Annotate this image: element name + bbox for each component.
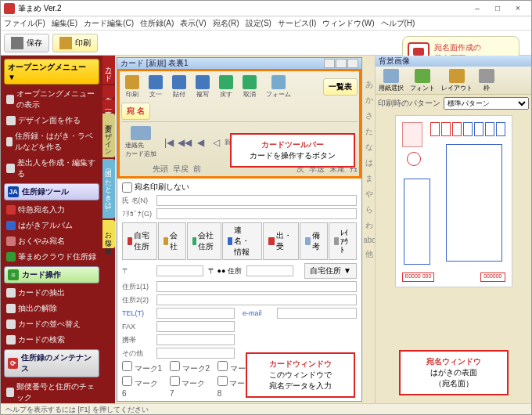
kana-input[interactable] [156, 208, 357, 219]
tb-copy[interactable]: 複写 [192, 73, 214, 101]
addr1-input[interactable] [156, 281, 357, 292]
tab-coaddr[interactable]: 会社住所 [187, 222, 222, 260]
pattern-select[interactable]: 標準パターン [444, 97, 529, 110]
fax-input[interactable] [156, 321, 235, 332]
mark-cb[interactable]: マーク2 [170, 361, 210, 374]
sidebar: オープニングメニュー ▼ オープニングメニューの表示 デザイン面を作る 住所録・… [1, 56, 102, 403]
kana-item[interactable]: な [365, 142, 373, 153]
menu-view[interactable]: 表示(V) [180, 18, 206, 29]
mark-cb[interactable]: マーク1 [122, 361, 162, 374]
tab-memo[interactable]: 備考 [300, 222, 328, 260]
recipient-area [446, 144, 502, 262]
sidebar-item[interactable]: 筆まめクラウド住所録 [4, 250, 99, 264]
kana-item[interactable]: た [365, 126, 373, 137]
tb-print[interactable]: 印刷 [121, 73, 143, 101]
mark-cb[interactable]: マーク6 [122, 376, 162, 398]
sidebar-header-maint[interactable]: ⟳住所録のメンテナンス [4, 349, 99, 377]
save-button[interactable]: 保存 [4, 34, 49, 52]
cw-min-button[interactable] [324, 59, 335, 68]
noprint-checkbox[interactable] [122, 182, 132, 193]
kana-item[interactable]: ま [365, 173, 373, 184]
menu-atena[interactable]: 宛名(R) [213, 18, 239, 29]
kana-item[interactable]: わ [365, 220, 373, 231]
tb-text[interactable]: 文一 [145, 73, 167, 101]
kana-item[interactable]: さ [365, 110, 373, 121]
home-addr-button[interactable]: 自宅住所 ▼ [304, 263, 357, 279]
vtab-info[interactable]: お得な情報 [102, 220, 115, 248]
sidebar-item[interactable]: デザイン面を作る [4, 114, 99, 128]
close-button[interactable]: × [508, 2, 528, 15]
frame-button[interactable]: 枠 [477, 67, 496, 94]
cw-max-button[interactable] [336, 59, 347, 68]
kana-item[interactable]: や [365, 189, 373, 200]
zip1-input[interactable] [156, 265, 203, 276]
menu-window[interactable]: ウィンドウ(W) [322, 18, 374, 29]
vtab-design[interactable]: 文面デザイン [102, 114, 115, 157]
mark-cb[interactable]: マーク7 [170, 376, 210, 398]
center-pane: カード [新規] 表裏1 印刷 文一 貼付 複写 戻す 取消 フォーム 一覧表 [115, 56, 364, 403]
sidebar-item[interactable]: 抽出の解除 [4, 301, 99, 316]
kana-item[interactable]: abc [363, 236, 376, 244]
sidebar-header-cardop[interactable]: ≡カード操作 [4, 266, 99, 283]
sidebar-item[interactable]: オープニングメニューの表示 [4, 87, 99, 112]
nav-fastback[interactable]: ◀◀ [178, 136, 192, 149]
menu-service[interactable]: サービス(I) [278, 18, 316, 29]
vtab-list[interactable]: 一覧表 [102, 99, 115, 112]
minimize-button[interactable]: – [467, 2, 487, 15]
vtab-card[interactable]: カード [102, 56, 115, 84]
sidebar-item[interactable]: 差出人を作成・編集する [4, 156, 99, 181]
sidebar-item[interactable]: カードの抽出 [4, 286, 99, 300]
sidebar-item[interactable]: カードの並べ替え [4, 317, 99, 331]
maximize-button[interactable]: □ [487, 2, 508, 15]
sidebar-item[interactable]: はがきアルバム [4, 218, 99, 233]
menu-address[interactable]: 住所録(A) [140, 18, 174, 29]
tab-renmei[interactable]: 連名・情報 [222, 222, 262, 260]
kana-item[interactable]: ら [365, 204, 373, 215]
other-input[interactable] [156, 348, 235, 359]
tb-form[interactable]: フォーム [262, 73, 295, 101]
vtab-atena[interactable]: 宛名 [102, 85, 115, 98]
mobile-input[interactable] [156, 334, 235, 345]
name-input[interactable] [156, 195, 357, 206]
tb-redo[interactable]: 取消 [239, 73, 261, 101]
layout-button[interactable]: レイアウト [440, 67, 474, 94]
tb-undo[interactable]: 戻す [215, 73, 237, 101]
sidebar-item[interactable]: 特急宛名入力 [4, 203, 99, 217]
kana-item[interactable]: か [365, 95, 373, 106]
font-button[interactable]: フォント [408, 67, 437, 94]
zip2-input[interactable] [246, 265, 293, 276]
nav-prev2[interactable]: ◁ [209, 136, 223, 149]
vtab-help[interactable]: 困ったときは… [102, 159, 115, 218]
paper-select-button[interactable]: 用紙選択 [377, 67, 405, 94]
menu-settings[interactable]: 設定(S) [246, 18, 271, 29]
list-button[interactable]: 一覧表 [323, 78, 358, 96]
tab-company[interactable]: 会社 [158, 222, 186, 260]
kana-item[interactable]: は [365, 157, 373, 168]
tab-home[interactable]: 自宅住所 [122, 222, 157, 260]
kana-item[interactable]: 他 [365, 249, 373, 260]
sidebar-header-address[interactable]: JA住所録ツール [4, 183, 99, 200]
sidebar-item[interactable]: カードの検索 [4, 333, 99, 347]
email-input[interactable] [277, 308, 357, 319]
tab-layout[interactable]: ﾚｲｱｳﾄ [329, 222, 357, 260]
menu-edit[interactable]: 編集(E) [52, 18, 77, 29]
opening-menu-button[interactable]: オープニングメニュー ▼ [4, 59, 99, 85]
menu-file[interactable]: ファイル(F) [4, 18, 45, 29]
sidebar-item[interactable]: おくやみ宛名 [4, 234, 99, 248]
nav-first[interactable]: |◀ [162, 136, 176, 149]
tb-paste[interactable]: 貼付 [168, 73, 190, 101]
addcard-button[interactable]: 連絡先 カード追加 [121, 124, 160, 161]
tel-input[interactable] [156, 308, 235, 319]
addr2-input[interactable] [156, 294, 357, 305]
menu-help[interactable]: ヘルプ(H) [381, 18, 415, 29]
print-button[interactable]: 印刷 [52, 34, 98, 52]
sidebar-item[interactable]: 住所録・はがき・ラベルなどを作る [4, 129, 99, 154]
atena-button[interactable]: 宛 名 [121, 103, 150, 120]
tab-deuke[interactable]: 出・受 [263, 222, 299, 260]
building-icon [192, 237, 197, 245]
sidebar-item[interactable]: 郵便番号と住所のチェック [4, 380, 99, 403]
nav-prev[interactable]: ◀ [193, 136, 207, 149]
menu-cardedit[interactable]: カード編集(C) [84, 18, 134, 29]
kana-item[interactable]: あ [365, 79, 373, 90]
cw-close-button[interactable] [347, 59, 358, 68]
